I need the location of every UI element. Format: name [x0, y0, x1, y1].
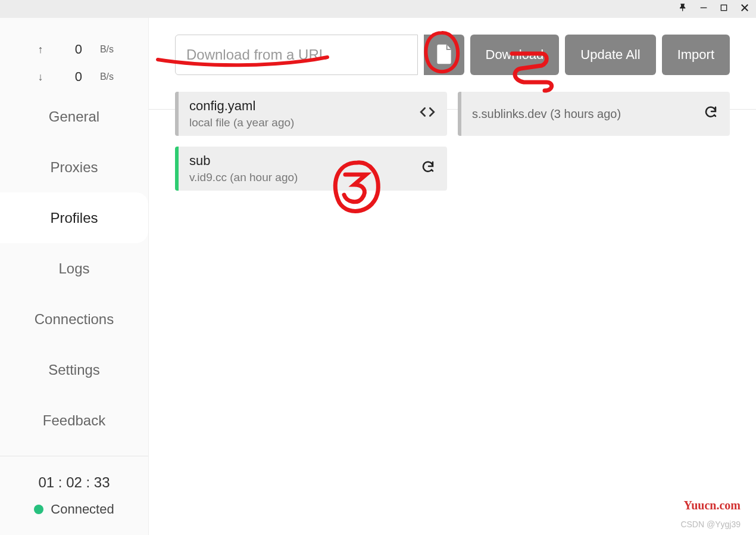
nav-connections[interactable]: Connections [0, 294, 148, 344]
refresh-icon[interactable] [704, 105, 718, 123]
profile-accent [175, 92, 179, 136]
nav-logs[interactable]: Logs [0, 243, 148, 294]
update-all-button[interactable]: Update All [565, 35, 655, 75]
download-value: 0 [64, 69, 82, 85]
maximize-icon[interactable] [719, 3, 729, 15]
profile-card[interactable]: config.yaml local file (a year ago) [175, 92, 447, 136]
watermark-csdn: CSDN @Yygj39 [680, 520, 741, 529]
download-row: ↓ 0 B/s [0, 63, 148, 91]
titlebar [0, 0, 756, 18]
pin-icon[interactable] [679, 3, 688, 15]
svg-rect-0 [701, 7, 707, 8]
close-icon[interactable] [739, 2, 750, 16]
profile-accent [175, 147, 179, 191]
profiles-topbar: Download Update All Import [175, 35, 730, 75]
connection-status: Connected [0, 502, 148, 517]
uptime: 01 : 02 : 33 [0, 474, 148, 491]
status-label: Connected [51, 502, 114, 517]
nav-general[interactable]: General [0, 91, 148, 142]
download-unit: B/s [100, 71, 114, 82]
nav-profiles[interactable]: Profiles [0, 192, 148, 243]
nav-settings[interactable]: Settings [0, 344, 148, 395]
svg-rect-1 [721, 5, 726, 10]
file-icon [436, 44, 452, 66]
watermark-brand: Yuucn.com [684, 499, 741, 512]
main-content: Download Update All Import config.yaml l… [149, 18, 756, 535]
profile-meta: local file (a year ago) [189, 116, 420, 129]
profile-accent [458, 92, 461, 136]
download-button[interactable]: Download [470, 35, 560, 75]
traffic-panel: ↑ 0 B/s ↓ 0 B/s [0, 18, 148, 91]
profile-meta: v.id9.cc (an hour ago) [189, 171, 421, 184]
profile-title: s.sublinks.dev (3 hours ago) [472, 107, 704, 121]
nav: General Proxies Profiles Logs Connection… [0, 91, 148, 456]
profile-title: sub [189, 153, 421, 169]
download-arrow-icon: ↓ [35, 71, 46, 83]
status-dot-icon [34, 505, 43, 514]
import-button[interactable]: Import [662, 35, 730, 75]
nav-proxies[interactable]: Proxies [0, 142, 148, 192]
upload-row: ↑ 0 B/s [0, 36, 148, 63]
profiles-grid: config.yaml local file (a year ago) s.su… [175, 92, 730, 191]
profile-card[interactable]: s.sublinks.dev (3 hours ago) [458, 92, 730, 136]
sidebar-footer: 01 : 02 : 33 Connected [0, 456, 148, 535]
sidebar: ↑ 0 B/s ↓ 0 B/s General Proxies Profiles… [0, 18, 149, 535]
minimize-icon[interactable] [699, 3, 708, 15]
open-file-button[interactable] [424, 35, 464, 75]
nav-feedback[interactable]: Feedback [0, 395, 148, 446]
upload-value: 0 [64, 42, 82, 57]
upload-unit: B/s [100, 44, 114, 55]
url-input[interactable] [175, 35, 418, 75]
code-icon[interactable] [420, 105, 435, 122]
upload-arrow-icon: ↑ [35, 43, 46, 56]
refresh-icon[interactable] [421, 160, 435, 178]
profile-title: config.yaml [189, 98, 420, 114]
profile-card[interactable]: sub v.id9.cc (an hour ago) [175, 147, 447, 191]
